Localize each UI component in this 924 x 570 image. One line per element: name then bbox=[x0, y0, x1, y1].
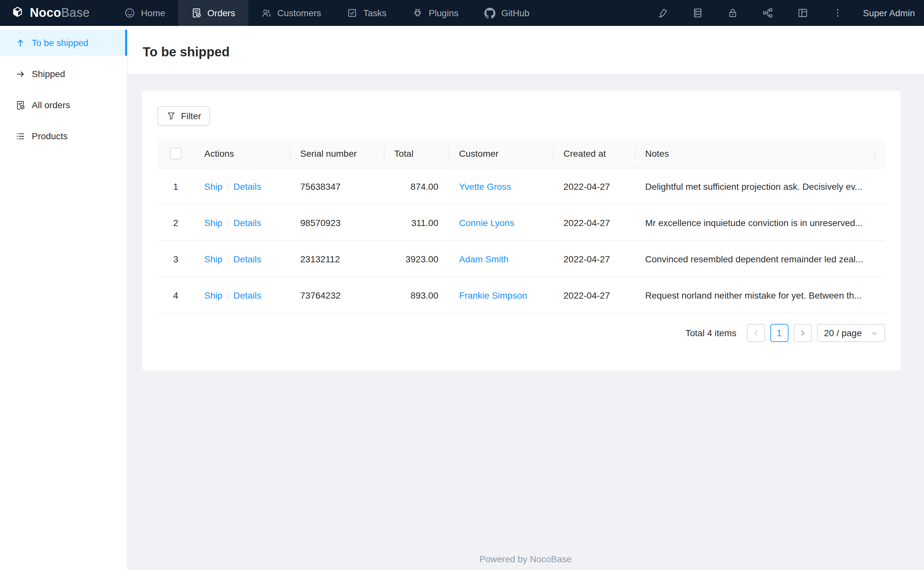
nav-item-home[interactable]: Home bbox=[112, 0, 178, 26]
nav-item-label: Tasks bbox=[363, 8, 387, 18]
page-header: To be shipped bbox=[127, 26, 924, 74]
row-index: 4 bbox=[158, 277, 194, 313]
total-cell: 874.00 bbox=[384, 168, 449, 204]
notes-cell: Convinced resembled dependent remainder … bbox=[635, 241, 885, 277]
nav-item-tasks[interactable]: Tasks bbox=[334, 0, 400, 26]
nav-item-label: Customers bbox=[277, 8, 321, 18]
customer-cell: Connie Lyons bbox=[449, 204, 553, 241]
android-icon bbox=[412, 8, 423, 18]
serial-number-cell: 23132112 bbox=[290, 241, 384, 277]
sidebar-item-label: Shipped bbox=[32, 69, 65, 79]
check-square-icon bbox=[347, 8, 358, 18]
nav-item-label: Orders bbox=[208, 8, 235, 18]
created-at-cell: 2022-04-27 bbox=[553, 277, 635, 313]
notes-cell: Mr excellence inquietude conviction is i… bbox=[635, 204, 885, 241]
ship-link[interactable]: Ship bbox=[204, 290, 222, 300]
action-divider bbox=[228, 291, 228, 300]
pagination-prev-button[interactable] bbox=[747, 324, 765, 342]
nav-right-actions: Super Admin bbox=[645, 0, 924, 26]
top-navbar: NocoBase Home bbox=[0, 0, 924, 26]
ship-link[interactable]: Ship bbox=[204, 254, 222, 264]
notes-cell: Delightful met sufficient projection ask… bbox=[635, 168, 885, 204]
sidebar-item-products[interactable]: Products bbox=[0, 123, 127, 149]
customer-cell: Yvette Gross bbox=[449, 168, 553, 204]
database-icon[interactable] bbox=[680, 0, 715, 26]
customer-link[interactable]: Yvette Gross bbox=[459, 181, 511, 192]
page-size-select[interactable]: 20 / page bbox=[817, 324, 885, 342]
created-at-cell: 2022-04-27 bbox=[553, 241, 635, 277]
row-index: 3 bbox=[158, 241, 194, 277]
sidebar-item-shipped[interactable]: Shipped bbox=[0, 61, 127, 87]
nav-item-plugins[interactable]: Plugins bbox=[400, 0, 471, 26]
orders-card: Filter Actions Serial number Total Custo… bbox=[142, 91, 901, 371]
column-header-customer: Customer bbox=[449, 139, 553, 168]
sidebar-item-label: Products bbox=[32, 131, 68, 141]
content-area: Filter Actions Serial number Total Custo… bbox=[127, 74, 924, 570]
nav-item-customers[interactable]: Customers bbox=[248, 0, 334, 26]
column-header-created-at: Created at bbox=[553, 139, 635, 168]
total-cell: 3923.00 bbox=[384, 241, 449, 277]
smile-icon bbox=[125, 8, 135, 18]
customer-link[interactable]: Connie Lyons bbox=[459, 217, 514, 228]
pagination-page-1[interactable]: 1 bbox=[770, 324, 788, 342]
notes-cell: Request norland neither mistake for yet.… bbox=[635, 277, 885, 313]
more-icon[interactable] bbox=[820, 0, 855, 26]
filter-button[interactable]: Filter bbox=[158, 106, 210, 126]
ship-link[interactable]: Ship bbox=[204, 181, 222, 192]
table-row: 1 ShipDetails 75638347 874.00 Yvette Gro… bbox=[158, 168, 885, 204]
page-size-value: 20 / page bbox=[824, 328, 862, 338]
table-row: 3 ShipDetails 23132112 3923.00 Adam Smit… bbox=[158, 241, 885, 277]
customer-cell: Adam Smith bbox=[449, 241, 553, 277]
sidebar-item-to-be-shipped[interactable]: To be shipped bbox=[0, 30, 127, 56]
column-header-actions: Actions bbox=[194, 139, 290, 168]
team-icon bbox=[261, 8, 271, 18]
filter-button-label: Filter bbox=[181, 111, 201, 121]
row-index: 1 bbox=[158, 168, 194, 204]
details-link[interactable]: Details bbox=[234, 217, 261, 228]
sidebar-item-all-orders[interactable]: All orders bbox=[0, 92, 127, 118]
action-divider bbox=[228, 254, 228, 263]
table-row: 4 ShipDetails 73764232 893.00 Frankie Si… bbox=[158, 277, 885, 313]
details-link[interactable]: Details bbox=[234, 254, 261, 264]
brand-name: NocoBase bbox=[30, 6, 90, 20]
pagination: Total 4 items 1 20 / page bbox=[158, 324, 885, 342]
details-link[interactable]: Details bbox=[234, 290, 261, 300]
serial-number-cell: 98570923 bbox=[290, 204, 384, 241]
select-all-checkbox[interactable] bbox=[170, 148, 181, 159]
app-window: NocoBase Home bbox=[0, 0, 924, 570]
customer-link[interactable]: Frankie Simpson bbox=[459, 290, 527, 300]
total-cell: 311.00 bbox=[384, 204, 449, 241]
file-done-icon bbox=[15, 100, 25, 110]
github-icon bbox=[484, 8, 495, 18]
page-title: To be shipped bbox=[143, 44, 229, 59]
layout-icon[interactable] bbox=[785, 0, 820, 26]
serial-number-cell: 75638347 bbox=[290, 168, 384, 204]
filter-icon bbox=[167, 112, 176, 121]
nocobase-logo-icon bbox=[10, 6, 25, 20]
sidebar: To be shipped Shipped All orders bbox=[0, 26, 128, 570]
row-actions: ShipDetails bbox=[194, 204, 290, 241]
nocobase-logo[interactable]: NocoBase bbox=[0, 6, 99, 20]
column-header-serial-number: Serial number bbox=[290, 139, 384, 168]
current-user-menu[interactable]: Super Admin bbox=[855, 8, 919, 18]
nav-item-label: GitHub bbox=[501, 8, 529, 18]
highlighter-icon[interactable] bbox=[645, 0, 680, 26]
nav-item-github[interactable]: GitHub bbox=[471, 0, 543, 26]
customer-link[interactable]: Adam Smith bbox=[459, 254, 509, 264]
row-actions: ShipDetails bbox=[194, 277, 290, 313]
ship-link[interactable]: Ship bbox=[204, 217, 222, 228]
arrow-right-icon bbox=[15, 69, 25, 79]
chevron-down-icon bbox=[871, 329, 878, 337]
customer-cell: Frankie Simpson bbox=[449, 277, 553, 313]
lock-icon[interactable] bbox=[715, 0, 750, 26]
row-actions: ShipDetails bbox=[194, 241, 290, 277]
nav-item-orders[interactable]: Orders bbox=[178, 0, 248, 26]
total-cell: 893.00 bbox=[384, 277, 449, 313]
org-chart-icon[interactable] bbox=[750, 0, 785, 26]
column-header-notes: Notes bbox=[635, 139, 874, 168]
orders-table: Actions Serial number Total Customer Cre… bbox=[158, 139, 885, 314]
pagination-next-button[interactable] bbox=[793, 324, 812, 342]
serial-number-cell: 73764232 bbox=[290, 277, 384, 313]
sidebar-item-label: To be shipped bbox=[32, 38, 88, 48]
details-link[interactable]: Details bbox=[234, 181, 261, 192]
